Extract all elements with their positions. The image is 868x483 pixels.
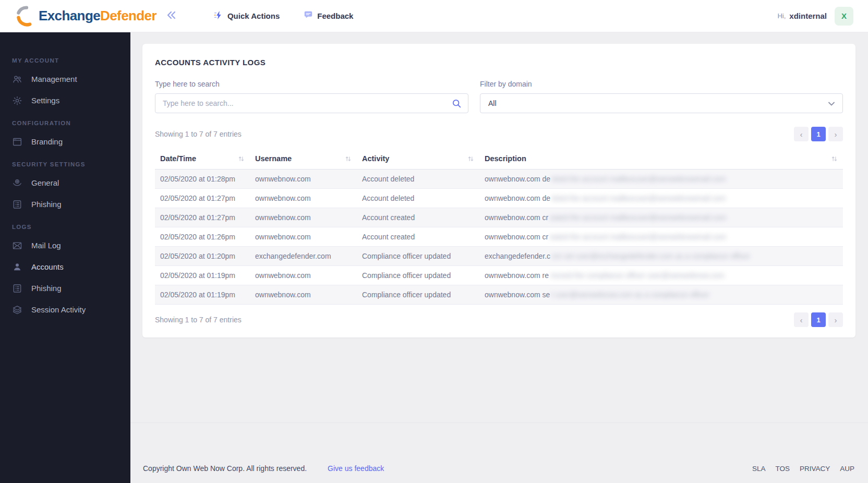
sidebar-item-branding[interactable]: Branding	[0, 131, 130, 152]
description-cell: ownwebnow.com set user@ownwebnow.com as …	[479, 285, 843, 304]
domain-filter-select[interactable]: All	[480, 93, 843, 113]
next-page-button[interactable]: ›	[828, 127, 843, 141]
showing-entries-text: Showing 1 to 7 of 7 entries	[155, 130, 242, 138]
sidebar-item-session-activity[interactable]: Session Activity	[0, 299, 130, 320]
column-header-username[interactable]: Username	[250, 148, 357, 169]
sidebar-item-mail-log[interactable]: Mail Log	[0, 235, 130, 256]
table-meta-top: Showing 1 to 7 of 7 entries ‹ 1 ›	[155, 127, 843, 141]
prev-page-button[interactable]: ‹	[794, 127, 809, 141]
topbar: ExchangeDefender Quick Actions	[0, 0, 868, 32]
datetime-cell: 02/05/2020 at 01:27pm	[155, 189, 250, 208]
legal-link-aup[interactable]: AUP	[840, 465, 854, 473]
table-row: 02/05/2020 at 01:19pmownwebnow.comCompli…	[155, 266, 843, 285]
description-cell: ownwebnow.com deleted the account mailbo…	[479, 189, 843, 208]
table-row: 02/05/2020 at 01:19pmownwebnow.comCompli…	[155, 285, 843, 305]
description-redacted-text: t user@ownwebnow.com as a compliance off…	[551, 291, 709, 299]
quick-actions-label: Quick Actions	[227, 11, 280, 20]
sidebar-section-title: LOGS	[0, 224, 130, 230]
sidebar-item-label: Management	[31, 75, 77, 83]
activity-cell: Compliance officer updated	[357, 247, 479, 265]
sidebar-item-label: Session Activity	[31, 305, 86, 314]
legal-link-sla[interactable]: SLA	[752, 465, 766, 473]
legal-link-tos[interactable]: TOS	[775, 465, 790, 473]
pagination-top: ‹ 1 ›	[794, 127, 843, 141]
filter-controls: Type here to search Filter by domain All	[155, 80, 843, 113]
sidebar-item-label: Branding	[31, 137, 63, 146]
person-icon	[12, 262, 22, 272]
sidebar-item-phishing[interactable]: Phishing	[0, 194, 130, 215]
sidebar-section-title: SECURITY SETTINGS	[0, 161, 130, 167]
people-icon	[12, 74, 22, 84]
main-content: ACCOUNTS ACTIVITY LOGS Type here to sear…	[130, 32, 868, 483]
search-icon	[452, 99, 462, 108]
sidebar-item-label: Settings	[31, 96, 59, 105]
activity-cell: Account deleted	[357, 170, 479, 188]
column-header-activity[interactable]: Activity	[357, 148, 479, 169]
description-redacted-text: eated the account mailboxuser@ownwebnowm…	[550, 213, 726, 222]
window-icon	[12, 137, 22, 147]
activity-cell: Compliance officer updated	[357, 266, 479, 285]
sidebar-item-management[interactable]: Management	[0, 68, 130, 90]
sidebar-item-settings[interactable]: Settings	[0, 90, 130, 111]
prev-page-button[interactable]: ‹	[794, 312, 809, 327]
username-cell: ownwebnow.com	[250, 285, 357, 304]
sidebar-section-security-settings: SECURITY SETTINGSGeneralPhishing	[0, 161, 130, 215]
legal-links: SLATOSPRIVACYAUP	[752, 465, 854, 473]
user-avatar-button[interactable]: X	[835, 7, 853, 26]
sidebar-nav: MY ACCOUNTManagementSettingsCONFIGURATIO…	[0, 57, 130, 320]
table-header-row: Date/TimeUsernameActivityDescription	[155, 148, 843, 170]
description-visible-text: ownwebnow.com re	[485, 271, 549, 280]
activity-cell: Account created	[357, 227, 479, 246]
mail-icon	[12, 240, 22, 251]
feedback-label: Feedback	[317, 11, 353, 20]
description-visible-text: ownwebnow.com cr	[485, 213, 548, 222]
table-row: 02/05/2020 at 01:27pmownwebnow.comAccoun…	[155, 189, 843, 208]
search-input[interactable]	[155, 93, 468, 113]
table-meta-bottom: Showing 1 to 7 of 7 entries ‹ 1 ›	[155, 312, 843, 327]
page-1-button[interactable]: 1	[811, 312, 826, 327]
description-visible-text: ownwebnow.com de	[485, 194, 550, 202]
give-feedback-link[interactable]: Give us feedback	[328, 464, 384, 473]
table-row: 02/05/2020 at 01:27pmownwebnow.comAccoun…	[155, 208, 843, 227]
quick-actions-button[interactable]: Quick Actions	[211, 10, 283, 22]
double-chevron-left-icon	[165, 10, 176, 22]
gear-icon	[12, 95, 22, 106]
sort-icon	[467, 155, 474, 162]
sidebar-item-label: Phishing	[31, 200, 62, 209]
username-cell: exchangedefender.com	[250, 247, 357, 265]
list-icon	[12, 283, 22, 294]
search-label: Type here to search	[155, 80, 468, 88]
logo[interactable]: ExchangeDefender	[16, 6, 156, 27]
sidebar-item-phishing[interactable]: Phishing	[0, 277, 130, 299]
table-row: 02/05/2020 at 01:26pmownwebnow.comAccoun…	[155, 227, 843, 247]
feedback-button[interactable]: Feedback	[300, 10, 356, 22]
description-visible-text: ownwebnow.com se	[485, 291, 550, 299]
speech-bubble-icon	[304, 10, 313, 21]
sort-icon	[831, 155, 838, 162]
sidebar-item-general[interactable]: General	[0, 172, 130, 194]
description-visible-text: exchangedefender.c	[485, 252, 550, 260]
activity-cell: Compliance officer updated	[357, 285, 479, 304]
domain-filter-value: All	[488, 99, 497, 107]
activity-log-table: Date/TimeUsernameActivityDescription02/0…	[155, 148, 843, 305]
sidebar-collapse-button[interactable]	[163, 8, 178, 24]
filter-by-domain-label: Filter by domain	[480, 80, 843, 88]
activity-cell: Account created	[357, 208, 479, 227]
next-page-button[interactable]: ›	[828, 312, 843, 327]
description-cell: ownwebnow.com created the account mailbo…	[479, 208, 843, 227]
sidebar-item-label: Mail Log	[31, 241, 61, 250]
page-1-button[interactable]: 1	[811, 127, 826, 141]
datetime-cell: 02/05/2020 at 01:28pm	[155, 170, 250, 188]
datetime-cell: 02/05/2020 at 01:20pm	[155, 247, 250, 265]
legal-link-privacy[interactable]: PRIVACY	[800, 465, 830, 473]
pagination-bottom: ‹ 1 ›	[794, 312, 843, 327]
column-header-date-time[interactable]: Date/Time	[155, 148, 250, 169]
sidebar-item-label: Phishing	[31, 284, 62, 293]
column-header-description[interactable]: Description	[479, 148, 843, 169]
footer: Copyright Own Web Now Corp. All rights r…	[130, 422, 868, 483]
sidebar-section-my-account: MY ACCOUNTManagementSettings	[0, 57, 130, 111]
sidebar-item-accounts[interactable]: Accounts	[0, 256, 130, 277]
username-cell: ownwebnow.com	[250, 208, 357, 227]
description-redacted-text: om set user@exchangedefender.com as a co…	[552, 252, 750, 260]
sort-icon	[345, 155, 352, 162]
